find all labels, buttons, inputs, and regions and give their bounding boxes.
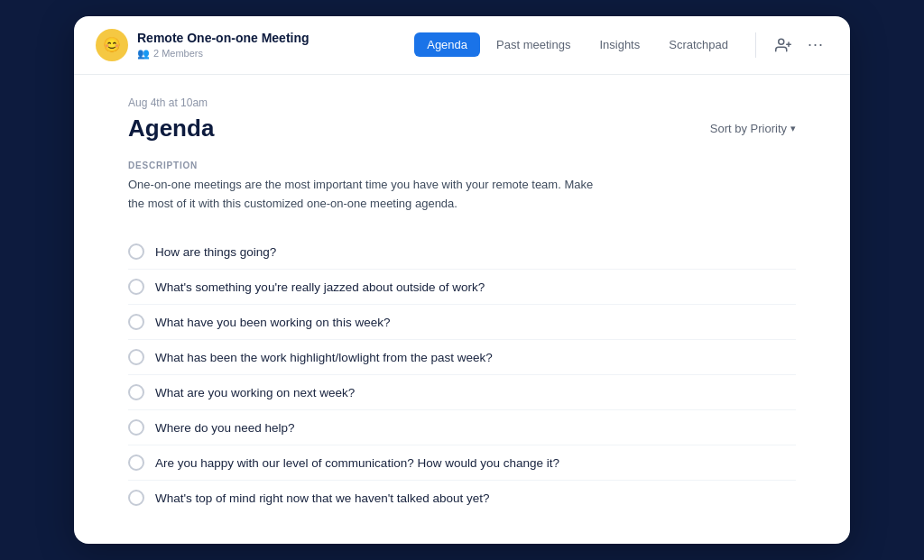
agenda-header: Agenda Sort by Priority ▾ [128,115,796,142]
agenda-item-checkbox[interactable] [128,490,144,506]
agenda-item-text: Where do you need help? [155,421,295,435]
agenda-item[interactable]: What's top of mind right now that we hav… [128,481,796,515]
agenda-item-checkbox[interactable] [128,314,144,330]
agenda-item-checkbox[interactable] [128,349,144,365]
agenda-item-text: What have you been working on this week? [155,316,390,329]
agenda-item[interactable]: What's something you're really jazzed ab… [128,270,796,305]
agenda-item[interactable]: How are things going? [128,234,796,270]
more-options-button[interactable]: ··· [803,32,828,58]
header-actions: ··· [755,32,828,58]
main-card: 😊 Remote One-on-one Meeting 👥 2 Members … [74,16,850,545]
agenda-item[interactable]: What has been the work highlight/lowligh… [128,340,796,375]
sort-control[interactable]: Sort by Priority ▾ [710,122,796,135]
description-label: DESCRIPTION [128,161,796,170]
agenda-items: How are things going? What's something y… [128,234,796,515]
agenda-title: Agenda [128,115,214,142]
agenda-item-checkbox[interactable] [128,384,144,400]
date-label: Aug 4th at 10am [128,96,796,109]
description-section: DESCRIPTION One-on-one meetings are the … [128,161,796,214]
members-count: 2 Members [153,48,203,59]
agenda-item-text: Are you happy with our level of communic… [155,456,559,470]
agenda-item[interactable]: Where do you need help? [128,410,796,445]
header: 😊 Remote One-on-one Meeting 👥 2 Members … [74,16,850,75]
chevron-down-icon: ▾ [790,123,796,134]
meeting-members: 👥 2 Members [137,48,310,60]
agenda-item-checkbox[interactable] [128,419,144,436]
content: Aug 4th at 10am Agenda Sort by Priority … [74,75,850,545]
tab-past-meetings[interactable]: Past meetings [484,32,583,57]
tab-agenda[interactable]: Agenda [414,32,480,57]
avatar: 😊 [96,29,128,61]
nav-tabs: Agenda Past meetings Insights Scratchpad [414,32,741,57]
agenda-item-text: What are you working on next week? [155,386,355,399]
agenda-item-text: What's top of mind right now that we hav… [155,491,490,505]
tab-scratchpad[interactable]: Scratchpad [656,32,741,57]
agenda-item-text: How are things going? [155,245,276,259]
description-text: One-on-one meetings are the most importa… [128,176,597,214]
agenda-item-checkbox[interactable] [128,243,144,260]
agenda-item-checkbox[interactable] [128,279,144,295]
agenda-item-text: What has been the work highlight/lowligh… [155,351,493,364]
agenda-item-text: What's something you're really jazzed ab… [155,280,485,294]
agenda-item[interactable]: What are you working on next week? [128,375,796,410]
agenda-item[interactable]: Are you happy with our level of communic… [128,445,796,481]
meeting-info: Remote One-on-one Meeting 👥 2 Members [137,31,310,60]
sort-label: Sort by Priority [710,122,787,135]
svg-point-0 [779,39,784,44]
agenda-item-checkbox[interactable] [128,454,144,471]
add-member-button[interactable] [771,32,796,58]
agenda-item[interactable]: What have you been working on this week? [128,305,796,340]
tab-insights[interactable]: Insights [587,32,652,57]
meeting-title: Remote One-on-one Meeting [137,31,310,46]
members-icon: 👥 [137,48,150,60]
